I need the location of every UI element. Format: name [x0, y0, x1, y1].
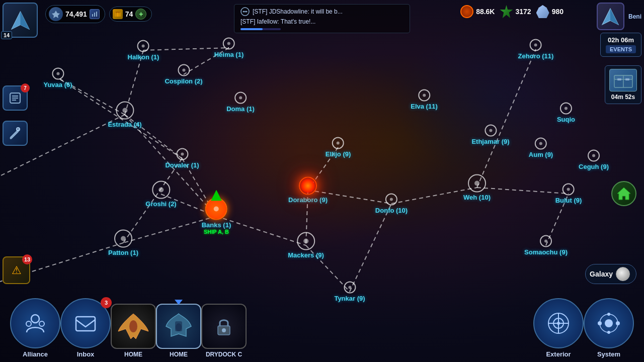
system-doma[interactable]: Doma (1)	[226, 92, 255, 113]
home-icon	[616, 186, 631, 201]
system-label: Groshi (2)	[145, 200, 176, 208]
dock-home2-button[interactable]	[156, 304, 201, 349]
system-estrada[interactable]: Estrada (4)	[108, 102, 141, 128]
system-circle	[535, 138, 547, 150]
svg-point-66	[598, 321, 602, 325]
system-circle	[332, 137, 344, 149]
trek-logo	[9, 9, 32, 32]
svg-point-33	[243, 11, 245, 13]
system-cospilon[interactable]: Cospilon (2)	[165, 64, 202, 85]
system-label: System	[597, 350, 620, 358]
system-groshi[interactable]: Groshi (2)	[145, 181, 176, 208]
ship1-icon	[116, 311, 151, 341]
system-heima[interactable]: Heima (1)	[214, 38, 244, 58]
system-circle	[52, 68, 64, 80]
repair-button[interactable]	[3, 121, 28, 146]
events-panel[interactable]: 02h 06m EVENTS	[600, 33, 641, 57]
system-bulut[interactable]: Bulut (9)	[555, 184, 582, 204]
system-weh[interactable]: Weh (10)	[463, 174, 491, 201]
system-suqio[interactable]: Suqio	[557, 103, 575, 123]
svg-rect-26	[92, 14, 93, 17]
system-aum[interactable]: Aum (9)	[529, 138, 553, 158]
svg-point-35	[246, 11, 248, 13]
left-side-buttons: 7	[3, 45, 28, 111]
system-circle	[176, 148, 188, 160]
system-label: Cospilon (2)	[165, 77, 202, 85]
system-button[interactable]	[584, 298, 634, 348]
exterior-icon	[545, 310, 573, 337]
drydock-c-button[interactable]	[201, 304, 247, 349]
chat-line-1: [STF] JDShadowline: it will be b...	[253, 7, 343, 16]
crate-timer: 04m 52s	[611, 94, 635, 101]
system-label: Halkon (1)	[128, 53, 159, 61]
system-patton[interactable]: Patton (1)	[108, 230, 138, 256]
chart-icon	[92, 11, 98, 17]
system-circle	[485, 125, 497, 137]
system-doraboro[interactable]: Doraboro (9)	[288, 177, 328, 204]
nav-exterior[interactable]: Exterior	[533, 298, 584, 358]
system-yuvaa[interactable]: Yuvaa (6)	[43, 68, 72, 88]
gold-item: 74 +	[109, 7, 152, 22]
system-label: Ethjamar (9)	[471, 138, 509, 145]
system-label: Bulut (9)	[555, 197, 582, 204]
crate-panel[interactable]: 04m 52s	[605, 65, 641, 104]
system-label: Ellijo (9)	[326, 150, 351, 158]
player-avatar-area[interactable]: 14	[3, 3, 43, 43]
system-circle	[418, 89, 430, 102]
system-ellijo[interactable]: Ellijo (9)	[326, 137, 351, 158]
nav-alliance[interactable]: Alliance	[10, 298, 60, 358]
rank-score-item: 74,491	[45, 5, 105, 23]
system-halkon[interactable]: Halkon (1)	[128, 40, 159, 61]
system-circle	[530, 39, 542, 51]
events-label: EVENTS	[606, 45, 636, 53]
gas-value: 88.6K	[476, 8, 495, 16]
alert-badge: 13	[22, 254, 32, 264]
svg-point-67	[607, 313, 610, 316]
svg-rect-27	[94, 13, 95, 17]
inbox-button[interactable]: 3	[60, 298, 111, 348]
system-circle	[299, 177, 317, 195]
svg-marker-25	[52, 11, 60, 18]
missions-icon	[8, 91, 22, 105]
system-banks[interactable]: Banks (1) SHIP A, B	[202, 198, 231, 235]
system-label: Suqio	[557, 116, 575, 123]
nav-system[interactable]: System	[584, 298, 634, 358]
dock-home2[interactable]: HOME	[156, 304, 201, 358]
system-circle	[588, 150, 600, 162]
system-ethjamar[interactable]: Ethjamar (9)	[471, 125, 509, 145]
system-donfo[interactable]: Donfo (10)	[375, 194, 408, 214]
system-zehoro[interactable]: Zehoro (11)	[518, 39, 554, 60]
crate-svg	[613, 71, 633, 89]
home-quick-button[interactable]	[611, 181, 636, 206]
profile-avatar[interactable]	[597, 3, 624, 30]
svg-point-55	[176, 323, 182, 331]
system-mackers[interactable]: Mackers (9)	[288, 232, 324, 259]
missions-button[interactable]: 7	[3, 85, 28, 111]
add-gold-button[interactable]: +	[135, 9, 146, 20]
alliance-button[interactable]	[10, 298, 60, 348]
alert-button[interactable]: 13 ⚠	[3, 256, 30, 284]
galaxy-button[interactable]: Galaxy	[585, 264, 636, 284]
events-timer: 02h 06m	[606, 36, 636, 44]
exterior-button[interactable]	[533, 298, 584, 348]
gas-icon	[460, 5, 473, 18]
system-ceguh[interactable]: Ceguh (9)	[579, 150, 609, 170]
system-somaochu[interactable]: Somaochu (9)	[524, 235, 568, 256]
profile-name: Beni	[628, 13, 641, 20]
system-elva[interactable]: Elva (11)	[411, 89, 437, 110]
svg-point-62	[557, 322, 560, 325]
svg-rect-28	[96, 12, 97, 17]
profile-area[interactable]: Beni	[597, 3, 641, 30]
crystal-value: 980	[552, 8, 564, 16]
dock-home1[interactable]: HOME	[111, 304, 156, 358]
system-circle	[344, 282, 356, 294]
svg-marker-24	[20, 11, 29, 29]
dock-home1-button[interactable]	[111, 304, 156, 349]
system-circle	[178, 64, 190, 76]
svg-rect-41	[617, 78, 621, 80]
nav-inbox[interactable]: 3 Inbox	[60, 298, 111, 358]
system-dovaler[interactable]: Dovaler (1)	[165, 148, 199, 169]
dock-drydock-c[interactable]: DRYDOCK C	[201, 304, 247, 358]
system-label: Donfo (10)	[375, 207, 408, 214]
drydock-c-label: DRYDOCK C	[206, 351, 242, 358]
